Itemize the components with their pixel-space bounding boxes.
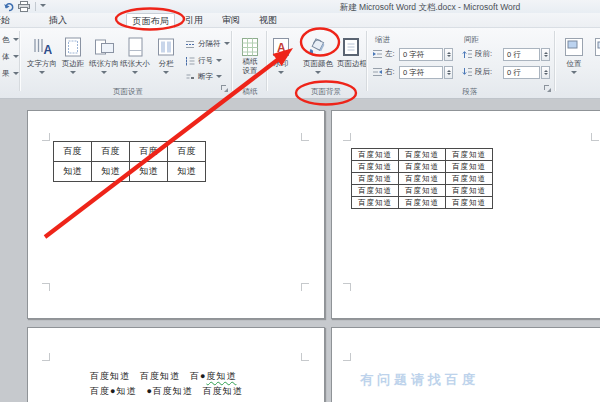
indent-right-input[interactable]: 0 字符	[399, 66, 443, 79]
table-row: 知道知道知道知道	[54, 162, 206, 182]
theme-colors-button[interactable]: 色	[2, 33, 19, 46]
spacing-before-spinner[interactable]	[541, 48, 550, 61]
orientation-icon	[94, 37, 115, 57]
spacing-before-input[interactable]: 0 行	[503, 48, 540, 61]
breaks-button[interactable]: 分隔符	[185, 37, 230, 50]
qat-dropdown-icon[interactable]	[40, 4, 46, 10]
table-row: 百度知道百度知道百度知道	[352, 173, 493, 185]
tab-references[interactable]: 引用	[179, 13, 209, 28]
dropdown-caret-icon	[163, 71, 169, 77]
table-row: 百度百度百度百度	[54, 142, 206, 162]
paper-size-button[interactable]: 纸张大小	[120, 31, 150, 87]
table-cell[interactable]: 百度知道	[399, 173, 446, 185]
table-cell[interactable]: 百度	[168, 142, 206, 162]
columns-icon	[157, 37, 175, 57]
spacing-after-icon	[462, 67, 473, 77]
table-cell[interactable]: 百度知道	[446, 161, 493, 173]
hyphenation-button[interactable]: 断字	[185, 70, 222, 83]
theme-effects-label: 果	[2, 69, 10, 79]
table-cell[interactable]: 百度	[130, 142, 168, 162]
indent-right-row: 右:	[372, 67, 395, 77]
group-separator	[554, 31, 556, 91]
dropdown-caret-icon	[315, 71, 321, 77]
quick-access-toolbar	[3, 1, 46, 12]
dropdown-caret-icon	[13, 38, 19, 44]
table-cell[interactable]: 知道	[92, 162, 130, 182]
orientation-button[interactable]: 纸张方向	[89, 31, 119, 87]
columns-button[interactable]: 分栏	[152, 31, 180, 87]
dropdown-caret-icon	[101, 71, 107, 77]
table-cell[interactable]: 知道	[130, 162, 168, 182]
margin-mark-icon	[343, 283, 351, 291]
tab-home[interactable]: 开始	[0, 13, 16, 28]
paper-size-icon	[127, 37, 144, 57]
table-cell[interactable]: 知道	[168, 162, 206, 182]
table-cell[interactable]: 百度知道	[446, 173, 493, 185]
table-cell[interactable]: 百度知道	[446, 197, 493, 209]
page4-watermark: 有问题请找百度	[360, 371, 479, 389]
watermark-icon: A	[272, 37, 290, 57]
spacing-before-label: 段前:	[475, 49, 492, 59]
theme-effects-button[interactable]: 果	[2, 67, 19, 80]
hyphenation-icon	[185, 72, 195, 82]
wrap-text-button[interactable]: 自	[592, 31, 600, 87]
paragraph-group-label: 段落	[430, 87, 510, 97]
tab-insert[interactable]: 插入	[43, 13, 73, 28]
page-background-group-label: 页面背景	[286, 87, 366, 97]
indent-left-spinner[interactable]	[444, 48, 453, 61]
table-cell[interactable]: 百度知道	[352, 149, 399, 161]
ribbon: 色 体 果 A 文字方向 页边距 纸张方向 纸	[0, 28, 600, 99]
spacing-before-row: 段前:	[462, 49, 492, 59]
margin-mark-icon	[42, 283, 50, 291]
margins-button[interactable]: 页边距	[58, 31, 88, 87]
indent-left-label: 左:	[385, 49, 395, 59]
tab-view[interactable]: 视图	[253, 13, 283, 28]
print-icon[interactable]	[18, 1, 30, 12]
page-4[interactable]: 有问题请找百度	[331, 327, 600, 402]
page-1[interactable]: 百度百度百度百度知道知道知道知道	[27, 110, 325, 319]
theme-fonts-button[interactable]: 体	[2, 50, 19, 63]
spacing-after-spinner[interactable]	[541, 66, 550, 79]
indent-right-spinner[interactable]	[444, 66, 453, 79]
table-row: 百度知道百度知道百度知道	[352, 197, 493, 209]
page-color-button[interactable]: 页面颜色	[300, 31, 336, 87]
page-borders-icon	[342, 37, 360, 57]
title-bar: 新建 Microsoft Word 文档.docx - Microsoft Wo…	[0, 0, 600, 13]
position-button[interactable]: 位置	[560, 31, 588, 87]
page-3[interactable]: 百度知道 百度知道 百●度知道百度●知道 ●百度知道 百度知道	[27, 327, 325, 402]
page-setup-group-label: 页面设置	[83, 87, 173, 97]
text-direction-button[interactable]: A 文字方向	[27, 31, 57, 87]
page-2[interactable]: 百度知道百度知道百度知道百度知道百度知道百度知道百度知道百度知道百度知道百度知道…	[331, 110, 600, 319]
spacing-before-icon	[462, 49, 473, 59]
table-cell[interactable]: 百度知道	[399, 161, 446, 173]
line-numbers-button[interactable]: 行号	[185, 54, 222, 67]
text-line: 百度知道 百度知道 百●度知道	[90, 369, 243, 384]
table-cell[interactable]: 百度知道	[446, 149, 493, 161]
table-cell[interactable]: 百度知道	[399, 197, 446, 209]
table-cell[interactable]: 百度	[54, 142, 92, 162]
manuscript-setup-button[interactable]: 稿纸 设置	[236, 31, 264, 87]
table-cell[interactable]: 百度	[92, 142, 130, 162]
svg-text:A: A	[277, 41, 286, 55]
page-borders-button[interactable]: 页面边框	[337, 31, 365, 87]
watermark-button[interactable]: A 水印	[267, 31, 295, 87]
table-cell[interactable]: 百度知道	[352, 197, 399, 209]
margin-mark-icon	[301, 283, 309, 291]
table-row: 百度知道百度知道百度知道	[352, 149, 493, 161]
tab-review[interactable]: 审阅	[216, 13, 246, 28]
table-cell[interactable]: 百度知道	[352, 161, 399, 173]
table-cell[interactable]: 百度知道	[352, 185, 399, 197]
tab-page-layout[interactable]: 页面布局	[126, 13, 175, 28]
table-cell[interactable]: 百度知道	[446, 185, 493, 197]
paragraph-dialog-launcher[interactable]	[544, 85, 551, 92]
theme-colors-label: 色	[2, 35, 10, 45]
table-cell[interactable]: 百度知道	[352, 173, 399, 185]
undo-icon[interactable]	[3, 1, 14, 12]
indent-left-input[interactable]: 0 字符	[399, 48, 443, 61]
table-cell[interactable]: 百度知道	[399, 149, 446, 161]
table-cell[interactable]: 知道	[54, 162, 92, 182]
spacing-after-input[interactable]: 0 行	[503, 66, 540, 79]
table-cell[interactable]: 百度知道	[399, 185, 446, 197]
line-numbers-icon	[185, 56, 195, 66]
page1-table: 百度百度百度百度知道知道知道知道	[53, 141, 206, 182]
